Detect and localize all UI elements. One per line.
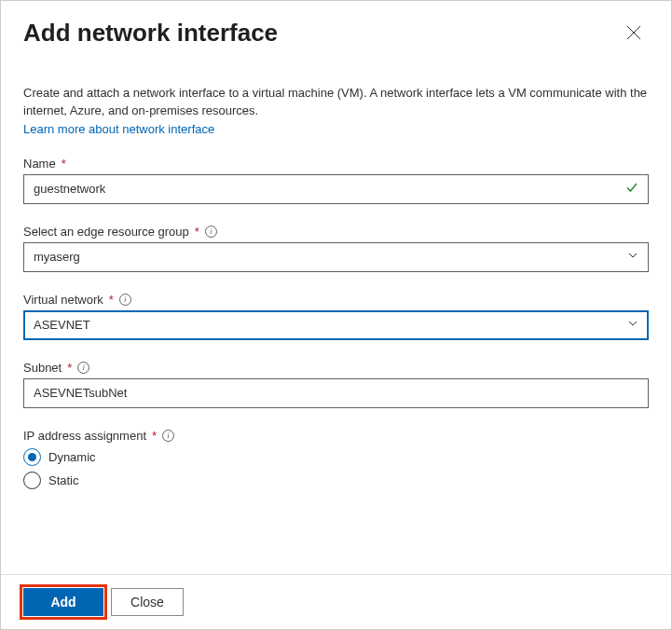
name-value: guestnetwork	[34, 182, 105, 196]
resource-group-value: myaserg	[34, 250, 80, 264]
resource-group-label: Select an edge resource group	[23, 225, 189, 239]
subnet-value: ASEVNETsubNet	[34, 386, 127, 400]
virtual-network-value: ASEVNET	[34, 318, 90, 332]
ip-assignment-static-radio[interactable]: Static	[23, 472, 649, 489]
required-indicator: *	[67, 361, 72, 375]
subnet-label: Subnet	[23, 361, 62, 375]
chevron-down-icon	[627, 250, 638, 264]
ip-assignment-dynamic-radio[interactable]: Dynamic	[23, 448, 649, 466]
checkmark-icon	[625, 181, 638, 197]
name-label: Name	[23, 157, 56, 171]
close-button[interactable]: Close	[111, 588, 184, 616]
close-icon[interactable]	[619, 18, 649, 48]
virtual-network-label: Virtual network	[23, 293, 103, 307]
virtual-network-select[interactable]: ASEVNET	[23, 310, 649, 340]
ip-assignment-label: IP address assignment	[23, 429, 146, 443]
info-icon[interactable]: i	[162, 430, 174, 442]
name-input[interactable]: guestnetwork	[23, 174, 649, 204]
info-icon[interactable]: i	[205, 226, 217, 238]
required-indicator: *	[195, 225, 199, 239]
required-indicator: *	[152, 429, 157, 443]
radio-label-static: Static	[48, 473, 79, 487]
chevron-down-icon	[627, 318, 638, 332]
description-text: Create and attach a network interface to…	[23, 85, 649, 120]
required-indicator: *	[109, 293, 114, 307]
learn-more-link[interactable]: Learn more about network interface	[23, 122, 214, 136]
required-indicator: *	[62, 157, 66, 171]
subnet-input[interactable]: ASEVNETsubNet	[23, 378, 649, 408]
dialog-title: Add network interface	[23, 19, 278, 48]
radio-label-dynamic: Dynamic	[48, 450, 96, 464]
info-icon[interactable]: i	[119, 294, 131, 306]
info-icon[interactable]: i	[77, 362, 89, 374]
add-button[interactable]: Add	[23, 588, 103, 616]
resource-group-select[interactable]: myaserg	[23, 242, 649, 272]
radio-icon	[23, 472, 41, 489]
radio-icon	[23, 448, 41, 466]
